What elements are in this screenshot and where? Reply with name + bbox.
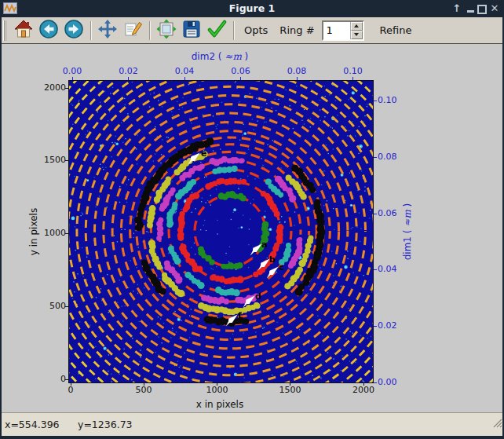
back-button[interactable]: [37, 19, 60, 42]
title-bar[interactable]: Figure 1 ↑ ✕: [0, 0, 504, 17]
up-triangle-icon: [354, 24, 359, 27]
top-tick-label: 0.02: [119, 66, 138, 76]
top-tick-label: 0.00: [63, 66, 82, 76]
toolbar-separator: [233, 21, 234, 40]
edit-parameters-button[interactable]: [121, 19, 144, 42]
x-tick-label: 0: [68, 385, 74, 395]
top-tickmark: [184, 77, 185, 80]
close-button[interactable]: ✕: [488, 0, 501, 17]
window-border-left: [0, 17, 2, 439]
window-title: Figure 1: [0, 0, 504, 17]
figure-window: Figure 1 ↑ ✕: [0, 0, 504, 439]
right-tickmark: [374, 269, 377, 270]
figure-canvas-area: dim2 ( ≈m ) y in pixels dim1 ( ≈m ) x in…: [0, 44, 504, 412]
ring-number-spinbox[interactable]: [322, 20, 364, 41]
forward-arrow-icon: [64, 19, 84, 42]
calibration-image-canvas[interactable]: [69, 81, 373, 382]
spin-down-button[interactable]: [351, 31, 363, 39]
forward-button[interactable]: [62, 19, 86, 42]
plot-area: [68, 80, 374, 383]
top-axis-title: dim2 ( ≈m ): [192, 51, 249, 62]
y-tick-label: 500: [33, 301, 66, 311]
floppy-save-icon: [181, 19, 202, 42]
right-tickmark: [374, 157, 377, 158]
notepad-pencil-icon: [122, 19, 143, 42]
home-icon: [13, 19, 34, 42]
subplots-icon: [156, 19, 177, 42]
right-tickmark: [374, 214, 377, 214]
configure-subplots-button[interactable]: [155, 19, 178, 42]
minimize-button[interactable]: [467, 10, 474, 13]
right-tick-label: 0.10: [378, 95, 397, 105]
pan-button[interactable]: [96, 19, 119, 42]
resize-grip[interactable]: [492, 413, 502, 434]
apply-button[interactable]: [205, 19, 228, 42]
right-tick-label: 0.08: [378, 152, 397, 162]
cursor-x-readout: x=554.396: [5, 413, 60, 437]
down-triangle-icon: [354, 33, 359, 36]
top-tick-label: 0.06: [231, 66, 250, 76]
x-tick-label: 1500: [279, 385, 301, 395]
right-tick-label: 0.06: [378, 208, 397, 218]
y-tick-label: 2000: [33, 82, 66, 93]
toolbar: Opts Ring # Refine: [0, 17, 504, 44]
x-tick-label: 500: [136, 385, 152, 395]
top-tick-label: 0.10: [343, 66, 363, 76]
top-tickmark: [240, 77, 241, 80]
right-tickmark: [374, 382, 377, 383]
right-tick-label: 0.00: [378, 377, 397, 387]
home-button[interactable]: [12, 19, 35, 42]
back-arrow-icon: [38, 19, 59, 42]
status-bar: x=554.396 y=1236.73: [0, 412, 504, 437]
window-border-bottom: [0, 436, 504, 439]
right-tickmark: [374, 101, 377, 101]
right-tickmark: [374, 326, 377, 327]
pan-move-icon: [97, 19, 118, 42]
right-tick-label: 0.02: [378, 320, 397, 331]
y-tick-label: 0: [33, 374, 66, 384]
top-tick-label: 0.04: [175, 66, 195, 76]
cursor-y-readout: y=1236.73: [78, 413, 133, 437]
top-tickmark: [352, 77, 353, 80]
top-tickmark: [128, 77, 129, 80]
top-tickmark: [297, 77, 298, 80]
bottom-axis-title: x in pixels: [196, 399, 243, 410]
right-tick-label: 0.04: [378, 264, 397, 274]
opts-button[interactable]: Opts: [244, 24, 268, 36]
green-check-icon: [206, 19, 227, 42]
spin-up-button[interactable]: [351, 22, 363, 31]
save-button[interactable]: [180, 19, 203, 42]
refine-button[interactable]: Refine: [380, 24, 412, 36]
toolbar-separator: [149, 21, 150, 40]
x-tick-label: 2000: [352, 385, 374, 395]
ring-number-input[interactable]: [323, 22, 350, 39]
top-tick-label: 0.08: [287, 66, 307, 76]
right-axis-title: dim1 ( ≈m ): [402, 203, 413, 261]
toolbar-grip[interactable]: [3, 20, 6, 41]
y-tick-label: 1000: [33, 228, 66, 238]
x-tick-label: 1000: [206, 385, 228, 395]
window-shade-button[interactable]: ↑: [451, 0, 463, 17]
y-tick-label: 1500: [33, 155, 66, 165]
ring-number-label: Ring #: [279, 24, 314, 36]
toolbar-separator: [90, 21, 91, 40]
top-tickmark: [72, 77, 73, 80]
maximize-button[interactable]: [477, 5, 487, 14]
